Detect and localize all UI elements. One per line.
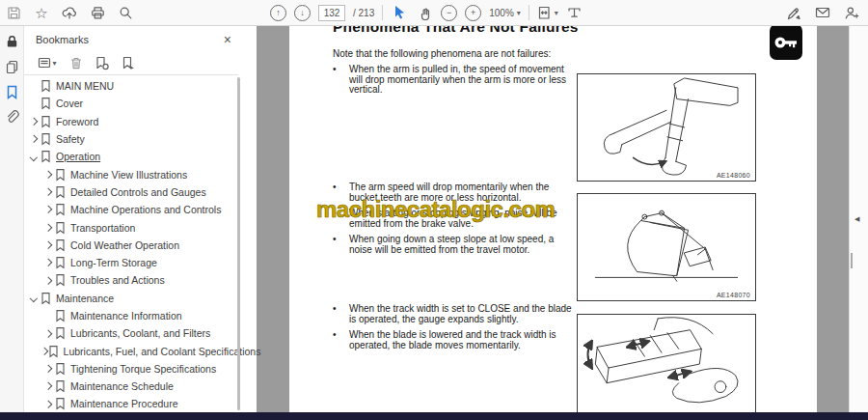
bookmark-label: Detailed Controls and Gauges <box>70 186 206 198</box>
bookmark-icon <box>40 132 52 146</box>
new-bookmark-icon[interactable] <box>94 54 111 71</box>
figure-label: AE148070 <box>717 292 750 298</box>
bookmark-label: Foreword <box>56 116 98 127</box>
chevron-icon[interactable] <box>27 154 40 160</box>
page-thumbnails-icon[interactable] <box>3 59 20 75</box>
chevron-icon[interactable] <box>41 383 54 389</box>
page-total-label: / 213 <box>353 8 374 18</box>
bookmark-item[interactable]: Tightening Torque Specifications <box>27 360 234 378</box>
bullet-marker: • <box>333 304 349 324</box>
bookmark-item[interactable]: Operation <box>27 148 234 165</box>
expand-tools-pane-icon[interactable]: ◀ <box>854 215 859 223</box>
previous-page-button[interactable] <box>270 5 286 21</box>
share-upload-icon[interactable] <box>61 4 78 21</box>
options-menu-icon[interactable]: ▾ <box>36 54 59 71</box>
chevron-icon[interactable] <box>41 225 54 231</box>
bookmark-label: Troubles and Actions <box>70 274 165 286</box>
panel-divider <box>24 74 238 75</box>
bookmark-item[interactable]: Foreword <box>27 113 234 130</box>
bookmark-icon <box>40 97 52 110</box>
bullet-group-3: • When the track width is set to CLOSE a… <box>333 304 574 350</box>
bookmark-item[interactable]: MAIN MENU <box>27 77 234 95</box>
viewer-scrollbar[interactable] <box>851 253 853 268</box>
bookmark-item[interactable]: Cover <box>27 95 234 112</box>
next-page-button[interactable] <box>294 5 311 21</box>
close-icon[interactable]: × <box>224 33 231 46</box>
bookmark-item[interactable]: Maintenance Schedule <box>27 378 234 395</box>
delete-bookmark-icon[interactable] <box>68 54 85 71</box>
fit-page-dropdown[interactable]: ▾ <box>537 6 558 20</box>
bullet-text: When going down a steep slope at low spe… <box>349 235 573 255</box>
account-person-icon[interactable] <box>843 4 860 21</box>
search-icon[interactable] <box>117 4 134 21</box>
attachments-paperclip-icon[interactable] <box>3 109 20 126</box>
bookmark-item[interactable]: Maintenance Procedure <box>27 395 234 412</box>
select-tool-icon[interactable] <box>391 4 408 21</box>
save-icon[interactable] <box>5 4 22 21</box>
bookmark-icon <box>54 326 67 340</box>
chevron-icon[interactable] <box>27 295 40 301</box>
bookmark-label: Maintenance <box>56 293 114 304</box>
bottom-bar <box>0 412 868 420</box>
bookmark-item[interactable]: Lubricants, Fuel, and Coolant Specificat… <box>27 342 234 359</box>
chevron-down-icon: ▾ <box>555 9 558 17</box>
figure-blade-illustration: AE148080 <box>577 314 756 412</box>
key-icon <box>770 24 802 60</box>
favorite-star-icon[interactable]: ☆ <box>33 4 50 21</box>
lock-icon[interactable] <box>3 34 20 50</box>
bookmark-item[interactable]: Long-Term Storage <box>27 254 234 271</box>
bookmark-icon <box>54 309 67 322</box>
bookmark-item[interactable]: Machine Operations and Controls <box>27 201 234 218</box>
bookmark-label: Lubricants, Coolant, and Filters <box>70 327 210 339</box>
bookmark-label: MAIN MENU <box>56 80 114 92</box>
bookmark-label: Tightening Torque Specifications <box>70 363 216 375</box>
bookmarks-scrollbar[interactable] <box>237 77 240 410</box>
bookmark-label: Maintenance Schedule <box>70 380 174 392</box>
bookmark-item[interactable]: Machine View Illustrations <box>27 165 234 182</box>
chevron-icon[interactable] <box>27 136 40 142</box>
bullet-text: When the arm is pulled in, the speed of … <box>349 65 573 96</box>
find-current-bookmark-icon[interactable] <box>120 54 137 71</box>
bookmark-item[interactable]: Maintenance <box>27 290 234 307</box>
bookmark-item[interactable]: Maintenance Information <box>27 307 234 324</box>
fit-page-icon <box>537 6 552 20</box>
chevron-icon[interactable] <box>41 207 54 212</box>
chevron-icon[interactable] <box>41 402 54 407</box>
bookmark-item[interactable]: Troubles and Actions <box>27 271 234 289</box>
bookmark-label: Lubricants, Fuel, and Coolant Specificat… <box>64 346 261 357</box>
chevron-icon[interactable] <box>41 278 54 284</box>
bookmark-icon <box>54 203 67 216</box>
toolbar-divider <box>529 5 529 20</box>
chevron-icon[interactable] <box>41 366 54 372</box>
print-icon[interactable] <box>89 4 106 21</box>
toolbar-nav-group: / 213 100% ▾ ▾ <box>270 0 583 25</box>
page-display-icon[interactable] <box>566 4 583 21</box>
bookmarks-panel-header: Bookmarks × <box>36 31 247 48</box>
email-envelope-icon[interactable] <box>814 4 831 21</box>
chevron-icon[interactable] <box>41 189 54 195</box>
page-number-input[interactable] <box>318 5 345 21</box>
zoom-level-dropdown[interactable]: 100% ▾ <box>489 8 521 18</box>
bookmark-item[interactable]: Detailed Controls and Gauges <box>27 183 234 201</box>
toolbar-right-group <box>785 0 860 25</box>
bookmark-item[interactable]: Transportation <box>27 218 234 236</box>
hand-tool-icon[interactable] <box>416 4 433 21</box>
bookmark-icon <box>47 345 60 358</box>
chevron-icon[interactable] <box>41 242 54 248</box>
chevron-icon[interactable] <box>27 119 40 125</box>
chevron-icon[interactable] <box>41 172 54 178</box>
fill-sign-pen-icon[interactable] <box>785 4 802 21</box>
chevron-icon[interactable] <box>41 349 47 354</box>
bookmark-label: Machine View Illustrations <box>70 169 187 181</box>
chevron-down-icon: ▾ <box>517 9 521 17</box>
chevron-icon[interactable] <box>41 331 54 337</box>
bookmark-item[interactable]: Safety <box>27 130 234 148</box>
chevron-icon[interactable] <box>41 260 54 266</box>
bookmark-item[interactable]: Lubricants, Coolant, and Filters <box>27 324 234 342</box>
bookmark-item[interactable]: Cold Weather Operation <box>27 237 234 254</box>
bookmarks-panel-icon[interactable] <box>3 84 20 100</box>
toolbar-left-group: ☆ <box>5 0 134 25</box>
zoom-out-button[interactable] <box>441 5 457 21</box>
zoom-in-button[interactable] <box>465 5 481 21</box>
bookmark-label: Transportation <box>70 222 135 234</box>
